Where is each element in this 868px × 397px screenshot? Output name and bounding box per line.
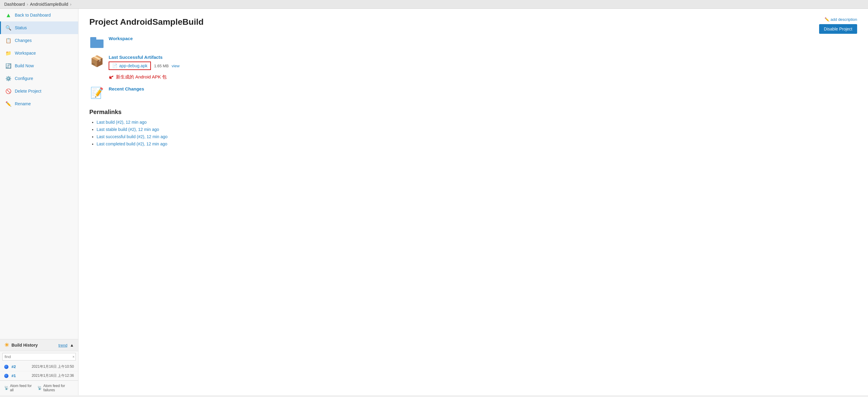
sidebar-status-label: Status — [15, 25, 27, 30]
sidebar-item-configure[interactable]: ⚙️ Configure — [0, 72, 78, 85]
build-link[interactable]: #2 — [11, 364, 16, 369]
list-item: Last completed build (#2), 12 min ago — [97, 141, 857, 146]
add-description-link[interactable]: ✏️ add description — [825, 17, 857, 22]
build-history-title: ☀ Build History — [4, 342, 38, 349]
build-status-ball — [4, 365, 8, 369]
red-arrow-icon: ➜ — [107, 72, 116, 82]
permalinks-list: Last build (#2), 12 min ago Last stable … — [89, 120, 857, 146]
recent-changes-content: Recent Changes — [108, 86, 144, 91]
rename-icon: ✏️ — [5, 100, 12, 107]
sidebar-back-label: Back to Dashboard — [15, 13, 51, 18]
rss-icon: 📡 — [37, 386, 42, 390]
recent-changes-link[interactable]: Recent Changes — [108, 86, 144, 91]
apk-row: 📄 app-debug.apk 1.65 MB view — [108, 62, 180, 70]
delete-icon: 🚫 — [5, 88, 12, 94]
search-icon: 🔍 — [5, 25, 12, 31]
sidebar-item-delete[interactable]: 🚫 Delete Project — [0, 85, 78, 97]
build-history-label: Build History — [11, 343, 38, 348]
main-content: Project AndroidSampleBuild ✏️ add descri… — [79, 9, 868, 395]
top-right-actions: ✏️ add description Disable Project — [819, 17, 857, 34]
atom-feed-failures-link[interactable]: 📡 Atom feed for failures — [37, 384, 74, 392]
build-now-icon: 🔄 — [5, 62, 12, 69]
list-item: Last build (#2), 12 min ago — [97, 120, 857, 125]
permalink-link[interactable]: Last build (#2), 12 min ago — [97, 120, 147, 125]
artifacts-link[interactable]: Last Successful Artifacts — [108, 55, 180, 60]
build-history-controls: trend ▲ — [59, 343, 74, 348]
recent-changes-row: 📝 Recent Changes — [89, 86, 857, 100]
workspace-icon: 📁 — [5, 50, 12, 57]
atom-feed-all-label: Atom feed for all — [10, 384, 33, 392]
workspace-folder-icon — [89, 36, 104, 49]
build-item: #1 2021年1月16日 上午12:36 — [0, 371, 78, 381]
sidebar-delete-label: Delete Project — [15, 89, 41, 94]
build-link[interactable]: #1 — [11, 373, 16, 378]
breadcrumb-sep1: › — [27, 2, 28, 7]
sidebar-item-rename[interactable]: ✏️ Rename — [0, 97, 78, 110]
list-item: Last stable build (#2), 12 min ago — [97, 127, 857, 132]
disable-project-button[interactable]: Disable Project — [819, 24, 857, 34]
sidebar-item-status[interactable]: 🔍 Status — [0, 22, 78, 34]
apk-view-link[interactable]: view — [172, 64, 180, 68]
arrow-up-icon: ▲ — [5, 12, 12, 19]
build-list: #2 2021年1月16日 上午10:50 #1 2021年1月16日 上午12… — [0, 362, 78, 381]
build-history-header: ☀ Build History trend ▲ — [0, 339, 78, 351]
sidebar: ▲ Back to Dashboard 🔍 Status 📋 Changes 📁… — [0, 9, 79, 395]
list-item: Last successful build (#2), 12 min ago — [97, 134, 857, 139]
gear-icon: ⚙️ — [5, 75, 12, 82]
file-icon: 📄 — [112, 63, 117, 68]
add-description-label: add description — [831, 17, 857, 22]
build-search-container: × — [2, 353, 76, 361]
atom-feeds: 📡 Atom feed for all 📡 Atom feed for fail… — [0, 381, 78, 395]
sidebar-item-back[interactable]: ▲ Back to Dashboard — [0, 9, 78, 22]
atom-feed-failures-label: Atom feed for failures — [43, 384, 74, 392]
build-status-ball — [4, 374, 8, 378]
breadcrumb-dashboard[interactable]: Dashboard — [4, 2, 25, 7]
recent-changes-notes-icon: 📝 — [89, 86, 104, 100]
breadcrumb-project[interactable]: AndroidSampleBuild — [30, 2, 68, 7]
build-search-input[interactable] — [2, 353, 76, 361]
sidebar-item-workspace[interactable]: 📁 Workspace — [0, 47, 78, 59]
build-search-clear[interactable]: × — [72, 355, 74, 359]
sidebar-rename-label: Rename — [15, 101, 31, 106]
sidebar-item-changes[interactable]: 📋 Changes — [0, 34, 78, 47]
workspace-content: Workspace — [108, 36, 133, 41]
annotation-text: 新生成的 Android APK 包 — [116, 74, 166, 80]
apk-box: 📄 app-debug.apk — [108, 62, 151, 70]
breadcrumb-sep2: › — [70, 2, 71, 7]
sidebar-nav: ▲ Back to Dashboard 🔍 Status 📋 Changes 📁… — [0, 9, 78, 339]
sun-icon: ☀ — [4, 342, 9, 349]
build-item: #2 2021年1月16日 上午10:50 — [0, 362, 78, 371]
atom-feed-all-link[interactable]: 📡 Atom feed for all — [4, 384, 33, 392]
permalink-link[interactable]: Last completed build (#2), 12 min ago — [97, 141, 167, 146]
notes-icon: 📝 — [90, 87, 104, 99]
permalink-link[interactable]: Last stable build (#2), 12 min ago — [97, 127, 159, 132]
build-history-section: ☀ Build History trend ▲ × #2 2021年1月16日 … — [0, 339, 78, 395]
sidebar-configure-label: Configure — [15, 76, 33, 81]
artifacts-content: Last Successful Artifacts 📄 app-debug.ap… — [108, 55, 180, 81]
sidebar-item-build-now[interactable]: 🔄 Build Now — [0, 59, 78, 72]
permalinks-title: Permalinks — [89, 109, 857, 115]
artifacts-box-icon: 📦 — [89, 55, 104, 68]
items-section: Workspace 📦 Last Successful Artifacts 📄 … — [89, 36, 857, 100]
archive-icon: 📦 — [90, 55, 104, 68]
trend-link[interactable]: trend — [59, 343, 68, 348]
apk-link[interactable]: app-debug.apk — [119, 63, 147, 68]
collapse-icon[interactable]: ▲ — [70, 343, 74, 348]
sidebar-workspace-label: Workspace — [15, 51, 36, 56]
sidebar-build-now-label: Build Now — [15, 63, 34, 68]
apk-size: 1.65 MB — [154, 64, 168, 68]
build-time: 2021年1月16日 上午10:50 — [32, 364, 74, 369]
page-title: Project AndroidSampleBuild — [89, 17, 857, 27]
workspace-row: Workspace — [89, 36, 857, 49]
changes-icon: 📋 — [5, 37, 12, 44]
sidebar-changes-label: Changes — [15, 38, 32, 43]
permalink-link[interactable]: Last successful build (#2), 12 min ago — [97, 134, 167, 139]
build-time: 2021年1月16日 上午12:36 — [32, 373, 74, 378]
edit-icon: ✏️ — [825, 17, 829, 22]
permalinks-section: Permalinks Last build (#2), 12 min ago L… — [89, 109, 857, 146]
artifacts-row: 📦 Last Successful Artifacts 📄 app-debug.… — [89, 55, 857, 81]
breadcrumb: Dashboard › AndroidSampleBuild › — [0, 0, 868, 9]
annotation-row: ➜ 新生成的 Android APK 包 — [108, 73, 180, 81]
workspace-link[interactable]: Workspace — [108, 36, 133, 41]
rss-icon: 📡 — [4, 386, 9, 390]
